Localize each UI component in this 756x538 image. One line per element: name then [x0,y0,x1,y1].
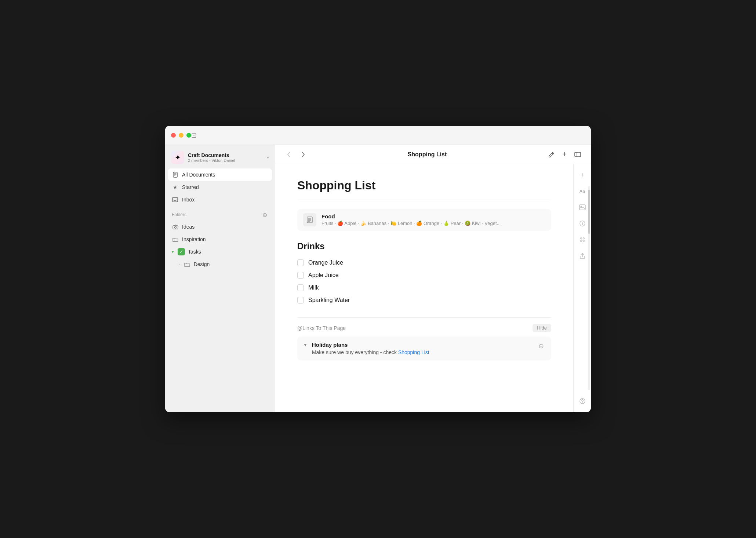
food-card-info: Food Fruits · 🍎 Apple · 🍌 Bananas · 🍋 Le… [321,213,545,226]
svg-point-20 [582,402,583,403]
linked-doc-text-before: Make sure we buy everything - check [312,349,398,355]
star-icon: ★ [172,184,178,190]
content-area: Shopping List [275,164,591,412]
all-documents-label: All Documents [182,172,215,178]
add-content-button[interactable]: + [576,168,589,182]
document-title-toolbar: Shopping List [312,151,542,158]
document-content: Shopping List [275,164,573,412]
linked-document[interactable]: ▼ Holiday plans Make sure we buy everyth… [297,337,551,360]
add-button[interactable]: + [559,149,570,160]
title-divider [297,200,551,200]
list-item[interactable]: Orange Juice [297,257,551,268]
right-sidebar: + Aa [573,164,591,412]
design-expand-icon: › [178,262,180,266]
workspace-chevron-icon: ▾ [267,155,269,160]
svg-point-18 [582,222,583,223]
workspace-name: Craft Documents [188,152,263,158]
checkbox-orange-juice[interactable] [297,259,304,266]
maximize-button[interactable] [186,133,191,138]
orange-juice-label: Orange Juice [308,259,343,266]
workspace-logo: ✦ [171,151,184,164]
camera-icon [172,223,179,230]
sidebar-item-all-documents[interactable]: All Documents [168,168,272,181]
list-item[interactable]: Apple Juice [297,270,551,281]
drinks-checklist: Orange Juice Apple Juice Milk Spark [297,257,551,306]
inspiration-label: Inspiration [182,236,206,242]
svg-rect-5 [173,226,178,229]
milk-label: Milk [308,284,319,291]
sidebar-item-tasks[interactable]: ▾ ✓ Tasks [168,246,272,258]
subfolder-icon [183,261,191,268]
toolbar: Shopping List + [275,145,591,164]
design-label: Design [194,261,210,267]
shopping-list-link[interactable]: Shopping List [398,349,429,355]
close-button[interactable] [171,133,176,138]
sparkling-water-label: Sparkling Water [308,297,350,303]
inbox-label: Inbox [182,197,195,203]
scrollbar-thumb[interactable] [588,190,590,234]
expand-arrow-icon: ▼ [303,342,308,348]
document-icon [172,171,178,178]
sidebar-item-design[interactable]: › Design [168,258,272,270]
starred-label: Starred [182,184,199,190]
drinks-heading: Drinks [297,241,551,251]
links-section: @Links To This Page Hide ▼ Holiday plans… [297,317,551,360]
linked-doc-text: Make sure we buy everything - check Shop… [312,349,532,355]
share-button[interactable] [576,249,589,262]
main-layout: ✦ Craft Documents 2 members · Viktor, Da… [165,145,591,412]
food-card-icon [303,213,316,226]
tasks-chevron-icon: ▾ [172,250,174,254]
sidebar-item-ideas[interactable]: Ideas [168,221,272,233]
food-card-title: Food [321,213,545,219]
content-wrapper: Shopping List + [275,145,591,412]
workspace-info: Craft Documents 2 members · Viktor, Dani… [188,152,263,163]
list-item[interactable]: Sparkling Water [297,295,551,306]
sidebar: ✦ Craft Documents 2 members · Viktor, Da… [165,145,275,412]
image-button[interactable] [576,201,589,214]
nav-items: All Documents ★ Starred Inbox [165,168,275,206]
scrollbar-track [588,186,590,390]
panel-button[interactable] [572,149,584,160]
hide-links-button[interactable]: Hide [533,324,551,332]
checkbox-sparkling-water[interactable] [297,297,304,303]
svg-rect-7 [575,152,581,157]
folders-label: Folders [172,212,186,217]
folder-items: Ideas Inspiration ▾ ✓ Tasks [165,221,275,270]
info-button[interactable] [576,217,589,230]
checkbox-milk[interactable] [297,284,304,291]
sidebar-toggle-button[interactable]: ⊡ [191,131,197,139]
sidebar-item-starred[interactable]: ★ Starred [168,181,272,193]
forward-button[interactable] [297,149,309,160]
linked-doc-title: Holiday plans [312,342,532,348]
edit-button[interactable] [545,149,557,160]
ideas-label: Ideas [182,224,195,230]
folders-header: Folders ⊕ [165,206,275,221]
traffic-lights [171,133,191,138]
minimize-button[interactable] [179,133,183,138]
workspace-header[interactable]: ✦ Craft Documents 2 members · Viktor, Da… [165,145,275,168]
apple-juice-label: Apple Juice [308,272,339,279]
back-button[interactable] [283,149,294,160]
list-item[interactable]: Milk [297,282,551,293]
inbox-icon [172,196,178,203]
svg-point-6 [175,226,177,228]
tasks-label: Tasks [188,249,201,255]
sidebar-item-inspiration[interactable]: Inspiration [168,233,272,246]
titlebar: ⊡ [165,126,591,145]
tasks-check-icon: ✓ [178,248,185,255]
help-button[interactable] [576,395,589,408]
text-format-button[interactable]: Aa [576,185,589,198]
add-folder-button[interactable]: ⊕ [261,211,268,218]
right-sidebar-bottom [576,395,589,408]
food-card[interactable]: Food Fruits · 🍎 Apple · 🍌 Bananas · 🍋 Le… [297,209,551,231]
document-title: Shopping List [297,179,551,192]
svg-rect-4 [172,197,178,202]
checkbox-apple-juice[interactable] [297,272,304,279]
linked-doc-expand-icon: ⊖ [537,342,545,350]
svg-point-15 [581,206,582,207]
folder-icon [172,236,179,243]
command-button[interactable]: ⌘ [576,233,589,246]
app-window: ⊡ ✦ Craft Documents 2 members · Viktor, … [165,126,591,412]
sidebar-item-inbox[interactable]: Inbox [168,193,272,206]
toolbar-right: + [545,149,584,160]
